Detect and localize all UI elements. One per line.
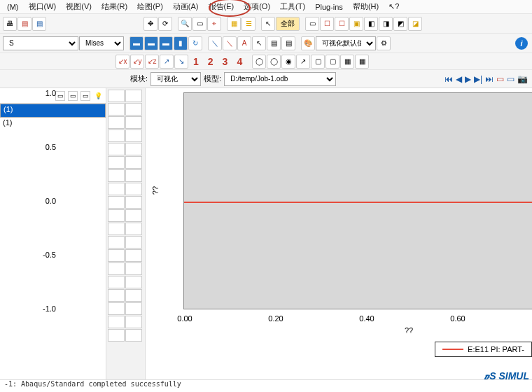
palette-icon[interactable]: 🎨 (301, 36, 315, 50)
play-icon[interactable]: ▶ (465, 74, 471, 84)
first-frame-icon[interactable]: ⏮ (444, 74, 453, 84)
menu-item[interactable]: 动画(A) (169, 0, 203, 13)
vtool-icon[interactable] (125, 143, 142, 155)
vtool-icon[interactable] (125, 130, 142, 142)
style-opts-icon[interactable]: ⚙ (377, 36, 391, 50)
print-icon[interactable]: 🖶 (3, 17, 17, 31)
cube4-icon[interactable]: ◪ (408, 17, 422, 31)
vtool-icon[interactable] (125, 276, 142, 288)
view-2-button[interactable]: 2 (204, 56, 218, 67)
vtool-icon[interactable] (108, 169, 125, 182)
vtool-icon[interactable] (108, 289, 125, 302)
csys5-icon[interactable]: ↘ (174, 55, 188, 69)
csys1-icon[interactable]: ↙x (115, 55, 130, 69)
list-icon[interactable]: ▤ (267, 36, 281, 50)
next-frame-icon[interactable]: ▶| (474, 74, 482, 84)
menu-item[interactable]: 结果(R) (97, 0, 132, 13)
csys2-icon[interactable]: ↙y (130, 55, 144, 69)
zoombox-icon[interactable]: ▭ (192, 17, 206, 31)
vtool-icon[interactable] (108, 130, 125, 142)
vtool-icon[interactable] (125, 249, 142, 262)
menu-item[interactable]: Plug-ins (311, 1, 347, 13)
vtool-icon[interactable] (125, 289, 142, 302)
vtool-icon[interactable] (125, 169, 142, 182)
csys3-icon[interactable]: ↙z (145, 55, 159, 69)
vtool-icon[interactable] (125, 90, 142, 102)
vtool-icon[interactable] (125, 329, 142, 342)
component-select[interactable]: Mises (79, 36, 124, 50)
vtool-icon[interactable] (108, 90, 125, 102)
menu-item[interactable]: 视图(V) (62, 0, 96, 13)
film-icon[interactable]: ▦ (340, 55, 354, 69)
vtool-icon[interactable] (125, 262, 142, 275)
layout4-icon[interactable]: ▮ (174, 36, 188, 50)
grid-icon[interactable]: ▦ (227, 17, 241, 31)
vtool-icon[interactable] (108, 316, 125, 328)
vtool-icon[interactable] (108, 329, 125, 342)
vtool-icon[interactable] (125, 223, 142, 235)
tree-item[interactable]: (1) (0, 118, 106, 127)
vtool-icon[interactable] (125, 209, 142, 222)
arrow-tool-icon[interactable]: ↖ (252, 36, 266, 50)
cycle-icon[interactable]: ↻ (188, 36, 202, 50)
circle1-icon[interactable]: ◯ (252, 55, 266, 69)
rotate-icon[interactable]: ⟳ (158, 17, 172, 31)
sel-red-icon[interactable]: ☐ (320, 17, 334, 31)
cursor-icon[interactable]: ↖ (261, 17, 275, 31)
arrow-diag-icon[interactable]: ↗ (296, 55, 310, 69)
wireframe-cube-icon[interactable]: ▣ (349, 17, 363, 31)
sel-red2-icon[interactable]: ☐ (335, 17, 349, 31)
text-tool-icon[interactable]: A (237, 36, 251, 50)
vtool-icon[interactable] (108, 302, 125, 315)
vtool-icon[interactable] (125, 183, 142, 195)
show-all-button[interactable]: 全部 (276, 17, 300, 31)
vtool-icon[interactable] (108, 156, 125, 169)
ladder-icon[interactable]: ☰ (241, 17, 255, 31)
tree-item-selected[interactable]: (1) (0, 104, 106, 118)
vtool-icon[interactable] (125, 236, 142, 248)
render-style-select[interactable]: 可视化默认值 (316, 36, 376, 50)
tree-bulb-icon[interactable]: 💡 (93, 91, 103, 101)
view-3-button[interactable]: 3 (218, 56, 232, 67)
db-red-icon[interactable]: ▤ (18, 17, 31, 31)
menu-item-contexthelp[interactable]: ↖? (384, 1, 403, 13)
circle2-icon[interactable]: ◯ (267, 55, 281, 69)
pan-icon[interactable]: ✥ (144, 17, 158, 31)
menu-item-options[interactable]: 选项(O) (239, 0, 274, 13)
menu-item[interactable]: 绘图(P) (133, 0, 167, 13)
fit-icon[interactable]: ⌖ (207, 17, 221, 31)
menu-item[interactable]: 视口(W) (24, 0, 61, 13)
tree-tool-icon[interactable]: ▭ (55, 91, 65, 101)
model-select[interactable]: D:/temp/Job-1.odb (224, 72, 336, 86)
view-1-button[interactable]: 1 (189, 56, 203, 67)
menu-item[interactable]: 报告(E) (204, 0, 239, 13)
vtool-icon[interactable] (108, 262, 125, 275)
shuffle-icon[interactable]: ▦ (355, 55, 369, 69)
vtool-icon[interactable] (125, 156, 142, 169)
link-views-icon[interactable]: ▭ (496, 74, 504, 84)
perspective-icon[interactable]: ▭ (305, 17, 319, 31)
layout2-icon[interactable]: ▬ (144, 36, 158, 50)
circle3-icon[interactable]: ◉ (281, 55, 295, 69)
vtool-icon[interactable] (108, 103, 125, 115)
vtool-icon[interactable] (108, 209, 125, 222)
vtool-icon[interactable] (108, 223, 125, 235)
tree-tool-icon[interactable]: ▭ (80, 91, 90, 101)
layout3-icon[interactable]: ▬ (159, 36, 173, 50)
menu-item[interactable]: 帮助(H) (349, 0, 383, 13)
cube3-icon[interactable]: ◩ (393, 17, 407, 31)
csys4-icon[interactable]: ↗ (160, 55, 174, 69)
menu-item[interactable]: 工具(T) (276, 0, 309, 13)
cube1-icon[interactable]: ◧ (364, 17, 378, 31)
menu-item[interactable]: (M) (3, 1, 23, 13)
vtool-icon[interactable] (108, 116, 125, 129)
db-blue-icon[interactable]: ▤ (32, 17, 46, 31)
vtool-icon[interactable] (125, 302, 142, 315)
link2-icon[interactable]: ▭ (507, 74, 514, 84)
info-icon[interactable]: i (515, 37, 528, 50)
primary-variable-select[interactable]: S (3, 36, 78, 50)
cube2-icon[interactable]: ◨ (379, 17, 393, 31)
last-frame-icon[interactable]: ⏭ (485, 74, 493, 84)
vtool-icon[interactable] (108, 143, 125, 155)
vtool-icon[interactable] (108, 276, 125, 288)
